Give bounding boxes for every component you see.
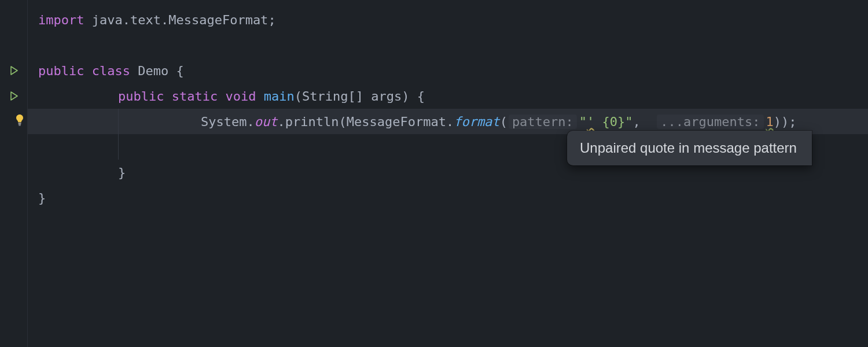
gutter-row-5[interactable]: [0, 109, 27, 134]
code-area[interactable]: import java.text.MessageFormat; public c…: [28, 0, 868, 347]
gutter-row-4[interactable]: [0, 83, 27, 109]
keyword-public: public: [118, 89, 164, 104]
class-name: Demo: [138, 64, 168, 78]
paren-open: (: [295, 89, 302, 104]
inlay-hint-pattern[interactable]: pattern:: [509, 115, 577, 129]
dot: .: [277, 115, 285, 129]
code-line[interactable]: public static void main(String[] args) {: [28, 83, 868, 109]
keyword-class: class: [92, 64, 130, 78]
intention-bulb-icon[interactable]: [14, 114, 25, 130]
brace-open: {: [176, 64, 183, 78]
code-line[interactable]: public class Demo {: [28, 58, 868, 83]
method-main: main: [264, 89, 295, 104]
brace-close: }: [38, 191, 46, 205]
semicolon: ;: [268, 13, 275, 27]
code-line-blank[interactable]: [28, 32, 868, 58]
package-path: java.text.MessageFormat: [84, 13, 268, 27]
paren-close: ): [402, 89, 409, 104]
class-ref: MessageFormat: [347, 115, 446, 129]
number-literal: 1: [766, 115, 774, 129]
keyword-import: import: [38, 13, 84, 27]
dot: .: [446, 115, 454, 129]
brace-open: {: [417, 89, 425, 104]
brace-close: }: [118, 165, 126, 180]
code-line[interactable]: import java.text.MessageFormat;: [28, 7, 868, 32]
closing-parens: ));: [774, 115, 797, 129]
paren-open: (: [500, 115, 507, 129]
gutter-row-2: [0, 32, 27, 58]
method-println: println: [285, 115, 339, 129]
string-open-quote: ": [579, 115, 587, 129]
inlay-hint-arguments[interactable]: ...arguments:: [657, 115, 763, 129]
param-type: String[]: [302, 89, 363, 104]
inspection-tooltip[interactable]: Unpaired quote in message pattern: [567, 131, 812, 165]
comma: ,: [633, 115, 641, 129]
string-body: {0}: [594, 115, 625, 129]
svg-rect-1: [19, 124, 21, 124]
gutter-row-6: [0, 134, 27, 160]
gutter-row-1: [0, 7, 27, 32]
string-close-quote: ": [625, 115, 632, 129]
code-editor[interactable]: import java.text.MessageFormat; public c…: [0, 0, 868, 347]
gutter-row-8: [0, 185, 27, 211]
run-icon[interactable]: [9, 91, 19, 101]
param-name: args: [363, 89, 402, 104]
method-format: format: [454, 115, 499, 129]
run-icon[interactable]: [9, 65, 19, 76]
class-ref: System: [201, 115, 247, 129]
editor-gutter: [0, 0, 28, 347]
keyword-void: void: [225, 89, 256, 104]
gutter-row-3[interactable]: [0, 58, 27, 83]
keyword-public: public: [38, 64, 84, 78]
tooltip-message: Unpaired quote in message pattern: [580, 140, 797, 156]
gutter-row-7: [0, 160, 27, 185]
paren-open: (: [339, 115, 346, 129]
field-out: out: [255, 115, 278, 129]
code-line[interactable]: }: [28, 185, 868, 211]
dot: .: [247, 115, 254, 129]
keyword-static: static: [172, 89, 218, 104]
svg-rect-2: [19, 125, 21, 125]
svg-rect-0: [18, 123, 21, 124]
string-unpaired-quote: ': [587, 115, 594, 129]
